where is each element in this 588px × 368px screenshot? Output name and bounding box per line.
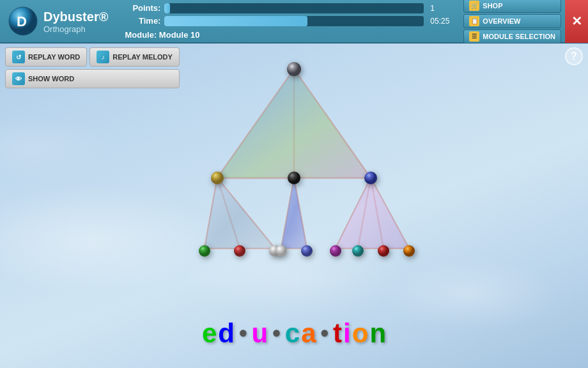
shop-icon: 🛒	[469, 1, 479, 11]
points-value: 1	[428, 4, 453, 13]
stats-area: Points: 1 Time: 05:25 Module: Module 10	[116, 1, 460, 42]
word-separator: •	[321, 320, 329, 347]
svg-text:D: D	[17, 13, 27, 29]
module-selection-button[interactable]: ☰ MODULE SELECTION	[463, 29, 561, 44]
header-bar: D Dybuster® Orthograph Points: 1 Time: 0…	[0, 0, 588, 44]
controls-panel: ↺ REPLAY WORD ♪ REPLAY MELODY 👁 SHOW WOR…	[5, 47, 180, 88]
show-word-button[interactable]: 👁 SHOW WORD	[5, 69, 180, 88]
module-icon: ☰	[469, 31, 479, 42]
word-letter: c	[285, 318, 300, 349]
nav-buttons: 🛒 SHOP 📋 OVERVIEW ☰ MODULE SELECTION	[460, 0, 565, 46]
logo-text: Dybuster® Orthograph	[43, 9, 108, 34]
replay-word-icon: ↺	[12, 51, 25, 63]
replay-word-button[interactable]: ↺ REPLAY WORD	[5, 47, 87, 67]
module-label: Module: Module 10	[122, 29, 453, 40]
time-bar-container	[164, 16, 424, 26]
word-letter: o	[352, 318, 369, 349]
time-label: Time:	[122, 16, 160, 26]
help-button[interactable]: ?	[565, 47, 583, 65]
show-word-icon: 👁	[12, 72, 25, 85]
overview-icon: 📋	[469, 16, 479, 26]
word-letter: i	[343, 318, 351, 349]
replay-melody-button[interactable]: ♪ REPLAY MELODY	[89, 47, 180, 67]
overview-button[interactable]: 📋 OVERVIEW	[463, 14, 561, 28]
logo-icon: D	[8, 6, 38, 36]
points-label: Points:	[122, 3, 160, 13]
time-row: Time: 05:25	[122, 16, 453, 26]
shop-button[interactable]: 🛒 SHOP	[463, 0, 561, 13]
controls-row1: ↺ REPLAY WORD ♪ REPLAY MELODY	[5, 47, 180, 67]
time-value: 05:25	[428, 17, 453, 26]
word-letter: e	[202, 318, 217, 349]
word-letter: u	[252, 318, 268, 349]
app-subtitle: Orthograph	[43, 24, 108, 34]
logo-area: D Dybuster® Orthograph	[0, 6, 116, 36]
word-separator: •	[239, 320, 247, 347]
word-display: ed•u•ca•tion	[0, 318, 588, 349]
points-row: Points: 1	[122, 3, 453, 13]
word-letter: a	[301, 318, 316, 349]
points-bar	[164, 3, 169, 13]
word-letter: t	[333, 318, 342, 349]
close-button[interactable]: ✕	[565, 0, 588, 43]
word-letter: n	[369, 318, 386, 349]
word-letter: d	[218, 318, 235, 349]
time-bar	[164, 16, 307, 26]
points-bar-container	[164, 3, 424, 13]
replay-melody-icon: ♪	[97, 51, 109, 63]
app-title: Dybuster®	[43, 9, 108, 24]
word-separator: •	[272, 320, 281, 347]
